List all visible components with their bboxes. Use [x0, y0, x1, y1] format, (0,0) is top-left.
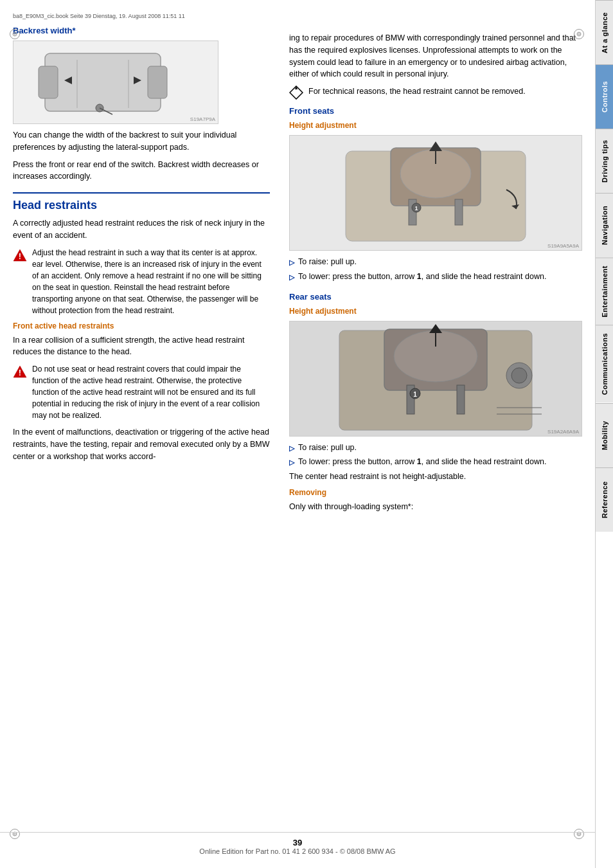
backrest-image: S19A7P9A — [13, 41, 218, 124]
warning-icon-2: ! — [13, 365, 27, 379]
tab-controls[interactable]: Controls — [596, 64, 613, 129]
front-headrest-img-caption: S19A9A5A9A — [547, 243, 579, 249]
svg-text:1: 1 — [414, 205, 418, 212]
front-bullet-1: ▷ To raise: pull up. — [289, 256, 582, 268]
rear-height-adj-title: Height adjustment — [289, 307, 582, 316]
svg-marker-32 — [429, 141, 442, 151]
rear-headrest-img-caption: S19A2A6A9A — [547, 429, 579, 435]
tab-driving-tips[interactable]: Driving tips — [596, 129, 613, 193]
svg-rect-14 — [148, 66, 167, 98]
warning-icon-1: ! — [13, 248, 27, 262]
front-bullet-2: ▷ To lower: press the button, arrow 1, a… — [289, 271, 582, 283]
page-container: ba8_E90M3_cic.book Seite 39 Dienstag, 19… — [0, 0, 613, 868]
rear-headrest-image: 1 S19A2A6A9A — [289, 321, 582, 437]
main-content: ba8_E90M3_cic.book Seite 39 Dienstag, 19… — [0, 0, 595, 868]
front-active-body1: In a rear collision of a sufficient stre… — [13, 334, 270, 359]
warning-box-2: ! Do not use seat or head restraint cove… — [13, 363, 270, 421]
info-box: For technical reasons, the head restrain… — [289, 86, 582, 100]
sidebar-tabs: At a glance Controls Driving tips Naviga… — [595, 0, 613, 868]
page-footer: 39 Online Edition for Part no. 01 41 2 6… — [0, 832, 595, 855]
head-restraints-intro: A correctly adjusted head restraint redu… — [13, 217, 270, 242]
svg-text:!: ! — [19, 368, 21, 377]
rear-bullet-2-text: To lower: press the button, arrow 1, and… — [298, 456, 546, 468]
info-icon — [289, 86, 303, 100]
backrest-img-caption: S19A7P9A — [190, 116, 215, 122]
svg-text:1: 1 — [413, 391, 417, 398]
removing-body: Only with through-loading system*: — [289, 501, 582, 513]
tab-entertainment[interactable]: Entertainment — [596, 257, 613, 325]
rear-bullet-arrow-2: ▷ — [289, 457, 294, 468]
continued-text: ing to repair procedures of BMW with cor… — [289, 32, 582, 80]
right-column: ing to repair procedures of BMW with cor… — [283, 10, 582, 855]
body-after-warning: In the event of malfunctions, deactivati… — [13, 426, 270, 462]
info-note-text: For technical reasons, the head restrain… — [308, 86, 526, 98]
rear-bullet-arrow-1: ▷ — [289, 443, 294, 454]
backrest-body1: You can change the width of the backrest… — [13, 129, 270, 154]
footer-copyright: Online Edition for Part no. 01 41 2 600 … — [199, 847, 395, 855]
svg-rect-41 — [457, 385, 465, 414]
removing-title: Removing — [289, 488, 582, 497]
front-bullet-2-text: To lower: press the button, arrow 1, and… — [298, 271, 546, 283]
svg-point-47 — [511, 368, 527, 383]
left-column: ba8_E90M3_cic.book Seite 39 Dienstag, 19… — [13, 10, 283, 855]
rear-seats-title: Rear seats — [289, 292, 582, 302]
rear-bullet-1-text: To raise: pull up. — [298, 442, 357, 454]
page-number: 39 — [293, 838, 302, 847]
bullet-arrow-1: ▷ — [289, 257, 294, 268]
front-headrest-image: 1 S19A9A5A9A — [289, 135, 582, 251]
front-seats-title: Front seats — [289, 106, 582, 116]
bullet-arrow-2: ▷ — [289, 272, 294, 283]
svg-rect-13 — [39, 66, 58, 98]
svg-rect-31 — [455, 199, 463, 225]
file-header: ba8_E90M3_cic.book Seite 39 Dienstag, 19… — [13, 13, 270, 19]
front-height-adj-title: Height adjustment — [289, 121, 582, 130]
rear-bullet-1: ▷ To raise: pull up. — [289, 442, 582, 454]
corner-marker-tr — [574, 29, 584, 39]
tab-reference[interactable]: Reference — [596, 467, 613, 532]
warning-text-2: Do not use seat or head restraint covers… — [32, 363, 270, 421]
tab-communications[interactable]: Communications — [596, 325, 613, 402]
svg-rect-12 — [45, 53, 161, 111]
warning-text-1: Adjust the head restraint in such a way … — [32, 247, 270, 316]
backrest-body2: Press the front or rear end of the switc… — [13, 159, 270, 183]
tab-at-a-glance[interactable]: At a glance — [596, 0, 613, 64]
tab-mobility[interactable]: Mobility — [596, 403, 613, 467]
center-note: The center head restraint is not height-… — [289, 471, 582, 483]
head-restraints-heading: Head restraints — [13, 192, 270, 212]
backrest-width-title: Backrest width* — [13, 26, 270, 35]
rear-bullet-2: ▷ To lower: press the button, arrow 1, a… — [289, 456, 582, 468]
warning-box-1: ! Adjust the head restraint in such a wa… — [13, 247, 270, 316]
svg-text:!: ! — [19, 251, 21, 261]
front-active-title: Front active head restraints — [13, 321, 270, 330]
svg-marker-42 — [429, 324, 442, 333]
corner-marker-tl — [10, 29, 20, 39]
tab-navigation[interactable]: Navigation — [596, 193, 613, 257]
front-bullet-1-text: To raise: pull up. — [298, 256, 357, 268]
